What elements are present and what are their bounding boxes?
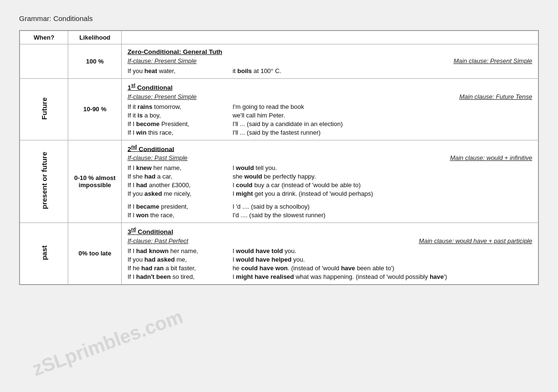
page-title: Grammar: Conditionals <box>19 14 539 22</box>
when-label-2: present or future <box>40 152 48 209</box>
main-part-2-1: she would be perfectly happy. <box>232 173 316 180</box>
if-clause-label-1: If-clause: Present Simple <box>127 93 197 100</box>
main-clause-label-1: Main clause: Future Tense <box>459 93 532 100</box>
when-label-1: Future <box>40 97 48 120</box>
section-row-1: Future10-90 %1st Conditional If-clause: … <box>20 79 538 140</box>
if-clause-label-2: If-clause: Past Simple <box>127 154 188 161</box>
main-clause-label-3: Main clause: would have + past participl… <box>419 237 532 244</box>
example-line-1-3: If I win this race, I'll ... (said by th… <box>127 129 532 136</box>
when-cell-1: Future <box>20 79 68 140</box>
when-cell-3: past <box>20 223 68 285</box>
example-line-3-0: If I had known her name, I would have to… <box>127 247 532 254</box>
main-part-0-0: it boils at 100° C. <box>232 67 281 74</box>
section-row-3: past0% too late3rd Conditional If-clause… <box>20 223 538 285</box>
example-line-2-3: If you asked me nicely, I might get you … <box>127 190 532 197</box>
example-line-2-6: If I won the race, I'd .... (said by the… <box>127 212 532 219</box>
table-header-row: When? Likelihood <box>20 31 538 44</box>
section-row-2: present or future0-10 % almost impossibl… <box>20 140 538 223</box>
main-part-2-0: I would tell you. <box>232 164 277 171</box>
section-title-0: Zero-Conditional: General Tuth <box>127 48 532 55</box>
if-part-3-1: If you had asked me, <box>127 256 232 263</box>
main-part-2-2: I could buy a car (instead of 'would be … <box>232 181 360 189</box>
example-line-1-2: If I become President, I'll ... (said by… <box>127 120 532 127</box>
main-part-1-2: I'll ... (said by a candidate in an elec… <box>232 120 343 127</box>
if-part-1-3: If I win this race, <box>127 129 232 136</box>
if-part-3-2: If he had ran a bit faster, <box>127 265 232 272</box>
main-part-1-0: I'm going to read the book <box>232 103 304 110</box>
if-part-1-0: If it rains tomorrow, <box>127 103 232 110</box>
likelihood-cell-3: 0% too late <box>68 223 122 285</box>
clause-labels-2: If-clause: Past Simple Main clause: woul… <box>127 154 532 161</box>
if-part-2-6: If I won the race, <box>127 212 232 219</box>
if-part-2-5: If I became president, <box>127 203 232 210</box>
example-line-2-5: If I became president, I 'd .... (said b… <box>127 203 532 210</box>
likelihood-value-1: 10-90 % <box>84 106 106 113</box>
example-line-2-0: If I knew her name, I would tell you. <box>127 164 532 171</box>
likelihood-cell-2: 0-10 % almost impossible <box>68 140 122 223</box>
main-clause-label-0: Main clause: Present Simple <box>453 57 532 64</box>
example-line-2-1: If she had a car, she would be perfectly… <box>127 173 532 180</box>
likelihood-cell-0: 100 % <box>68 44 122 79</box>
main-part-3-1: I would have helped you. <box>232 256 305 263</box>
main-part-3-2: he could have won. (instead of 'would ha… <box>232 265 394 272</box>
main-part-2-5: I 'd .... (said by a schoolboy) <box>232 203 309 210</box>
clause-labels-0: If-clause: Present Simple Main clause: P… <box>127 57 532 64</box>
when-label-3: past <box>40 245 48 260</box>
main-part-3-3: I might have realised what was happening… <box>232 273 447 280</box>
example-line-3-1: If you had asked me, I would have helped… <box>127 256 532 263</box>
if-clause-label-3: If-clause: Past Perfect <box>127 237 188 244</box>
main-clause-label-2: Main clause: would + infinitive <box>450 154 532 161</box>
likelihood-value-3: 0% too late <box>78 250 111 257</box>
clause-labels-1: If-clause: Present Simple Main clause: F… <box>127 93 532 100</box>
main-part-1-1: we'll call him Peter. <box>232 112 285 119</box>
examples-2: If I knew her name, I would tell you. If… <box>127 164 532 219</box>
example-spacer-2-4 <box>127 199 532 201</box>
main-part-2-6: I'd .... (said by the slowest runner) <box>232 212 326 219</box>
clause-labels-3: If-clause: Past Perfect Main clause: wou… <box>127 237 532 244</box>
if-part-3-3: If I hadn't been so tired, <box>127 273 232 280</box>
if-part-1-1: If it is a boy, <box>127 112 232 119</box>
example-line-3-3: If I hadn't been so tired, I might have … <box>127 273 532 280</box>
if-part-2-2: If I had another £3000, <box>127 181 232 189</box>
if-part-2-1: If she had a car, <box>127 173 232 180</box>
when-cell-2: present or future <box>20 140 68 223</box>
content-cell-0: Zero-Conditional: General Tuth If-clause… <box>122 44 538 79</box>
if-part-0-0: If you heat water, <box>127 67 232 74</box>
section-title-3: 3rd Conditional <box>127 227 532 235</box>
grammar-table: When? Likelihood 100 %Zero-Conditional: … <box>20 31 538 285</box>
if-part-2-0: If I knew her name, <box>127 164 232 171</box>
example-line-0-0: If you heat water, it boils at 100° C. <box>127 67 532 74</box>
content-cell-2: 2nd Conditional If-clause: Past Simple M… <box>122 140 538 223</box>
main-part-3-0: I would have told you. <box>232 247 296 254</box>
when-cell-0 <box>20 44 68 79</box>
examples-0: If you heat water, it boils at 100° C. <box>127 67 532 74</box>
main-part-1-3: I'll ... (said by the fastest runner) <box>232 129 321 136</box>
example-line-1-1: If it is a boy, we'll call him Peter. <box>127 112 532 119</box>
section-row-0: 100 %Zero-Conditional: General Tuth If-c… <box>20 44 538 79</box>
if-part-1-2: If I become President, <box>127 120 232 127</box>
if-part-2-3: If you asked me nicely, <box>127 190 232 197</box>
examples-1: If it rains tomorrow, I'm going to read … <box>127 103 532 136</box>
content-cell-3: 3rd Conditional If-clause: Past Perfect … <box>122 223 538 285</box>
example-line-1-0: If it rains tomorrow, I'm going to read … <box>127 103 532 110</box>
main-table-wrapper: When? Likelihood 100 %Zero-Conditional: … <box>19 30 539 285</box>
section-title-2: 2nd Conditional <box>127 144 532 153</box>
likelihood-value-2: 0-10 % almost impossible <box>74 174 116 189</box>
col-header-content <box>122 31 538 44</box>
section-title-1: 1st Conditional <box>127 83 532 91</box>
main-part-2-3: I might get you a drink. (instead of 'wo… <box>232 190 373 197</box>
col-header-likelihood: Likelihood <box>68 31 122 44</box>
example-line-2-2: If I had another £3000, I could buy a ca… <box>127 181 532 189</box>
examples-3: If I had known her name, I would have to… <box>127 247 532 280</box>
col-header-when: When? <box>20 31 68 44</box>
if-clause-label-0: If-clause: Present Simple <box>127 57 197 64</box>
example-line-3-2: If he had ran a bit faster, he could hav… <box>127 265 532 272</box>
if-part-3-0: If I had known her name, <box>127 247 232 254</box>
likelihood-value-0: 100 % <box>86 58 104 65</box>
likelihood-cell-1: 10-90 % <box>68 79 122 140</box>
content-cell-1: 1st Conditional If-clause: Present Simpl… <box>122 79 538 140</box>
